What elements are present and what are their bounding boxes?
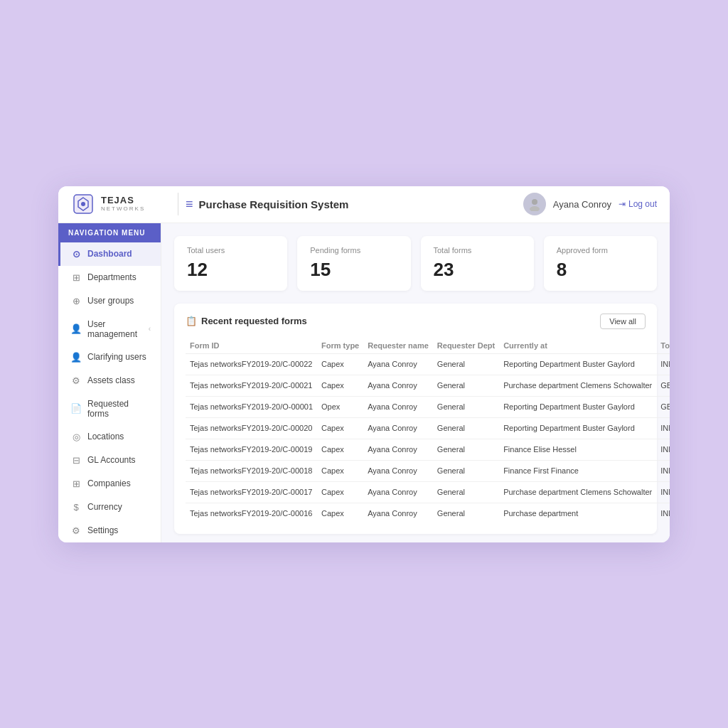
cell-2-3: General (433, 396, 499, 417)
sidebar-arrow-user-management: ‹ (149, 325, 151, 333)
cell-7-3: General (433, 503, 499, 524)
sidebar-label-dashboard: Dashboard (87, 249, 132, 259)
sidebar-item-companies[interactable]: ⊞ Companies (58, 472, 161, 496)
header-divider (178, 193, 178, 215)
cell-3-5: INR 88899 (656, 417, 670, 439)
sidebar-items-container: ⊙ Dashboard ⊞ Departments ⊕ User groups … (58, 242, 161, 542)
view-all-button[interactable]: View all (600, 314, 646, 329)
sidebar-icon-user-groups: ⊕ (70, 296, 82, 306)
sidebar-label-user-management: User management (87, 319, 143, 339)
cell-6-2: Ayana Conroy (363, 481, 433, 503)
table-body: Tejas networksFY2019-20/C-00022CapexAyan… (186, 353, 670, 524)
table-row: Tejas networksFY2019-20/C-00020CapexAyan… (186, 417, 670, 439)
header-right: Ayana Conroy ⇥ Log out (523, 193, 657, 215)
cell-2-1: Opex (317, 396, 363, 417)
stat-label-1: Pending forms (310, 246, 397, 255)
user-name: Ayana Conroy (553, 199, 611, 210)
sidebar-item-user-management[interactable]: 👤 User management ‹ (58, 313, 161, 346)
sidebar-item-currency[interactable]: $ Currency (58, 496, 161, 519)
app-header: TEJAS NETWORKS ≡ Purchase Requisition Sy… (58, 186, 670, 223)
sidebar-label-assets-class: Assets class (87, 375, 135, 385)
cell-5-4: Finance First Finance (499, 460, 656, 481)
table-row: Tejas networksFY2019-20/C-00021CapexAyan… (186, 375, 670, 396)
sidebar-icon-locations: ◎ (70, 432, 82, 442)
table-row: Tejas networksFY2019-20/C-00016CapexAyan… (186, 503, 670, 524)
sidebar-item-gl-accounts[interactable]: ⊟ GL Accounts (58, 449, 161, 472)
sidebar-item-requested-forms[interactable]: 📄 Requested forms (58, 392, 161, 425)
cell-3-0: Tejas networksFY2019-20/C-00020 (186, 417, 317, 439)
logout-button[interactable]: ⇥ Log out (619, 199, 657, 209)
col-header-1: Form type (317, 338, 363, 354)
col-header-0: Form ID (186, 338, 317, 354)
stat-card-1: Pending forms 15 (297, 236, 410, 291)
cell-7-1: Capex (317, 503, 363, 524)
hamburger-icon[interactable]: ≡ (186, 197, 193, 212)
logo-text: TEJAS NETWORKS (101, 196, 145, 212)
cell-3-1: Capex (317, 417, 363, 439)
app-container: TEJAS NETWORKS ≡ Purchase Requisition Sy… (58, 186, 670, 542)
stat-label-3: Approved form (557, 246, 644, 255)
cell-1-1: Capex (317, 375, 363, 396)
cell-2-2: Ayana Conroy (363, 396, 433, 417)
stat-label-2: Total forms (434, 246, 521, 255)
sidebar-label-requested-forms: Requested forms (87, 399, 151, 419)
table-head: Form IDForm typeRequester nameRequester … (186, 338, 670, 354)
table-row: Tejas networksFY2019-20/C-00022CapexAyan… (186, 353, 670, 375)
cell-1-3: General (433, 375, 499, 396)
cell-6-1: Capex (317, 481, 363, 503)
cell-3-4: Reporting Department Buster Gaylord (499, 417, 656, 439)
cell-0-2: Ayana Conroy (363, 353, 433, 375)
cell-4-2: Ayana Conroy (363, 439, 433, 460)
table-row: Tejas networksFY2019-20/C-00019CapexAyan… (186, 439, 670, 460)
sidebar-icon-settings: ⚙ (70, 525, 82, 536)
sidebar-label-settings: Settings (87, 525, 118, 535)
cell-7-0: Tejas networksFY2019-20/C-00016 (186, 503, 317, 524)
sidebar-item-clarifying-users[interactable]: 👤 Clarifying users (58, 346, 161, 369)
requests-table: Form IDForm typeRequester nameRequester … (186, 338, 670, 524)
col-header-3: Requester Dept (433, 338, 499, 354)
stat-card-0: Total users 12 (174, 236, 287, 291)
sidebar-label-companies: Companies (87, 478, 131, 488)
stat-value-1: 15 (310, 259, 397, 281)
cell-0-4: Reporting Department Buster Gaylord (499, 353, 656, 375)
sidebar-label-clarifying-users: Clarifying users (87, 352, 146, 362)
sidebar-icon-companies: ⊞ (70, 478, 82, 489)
sidebar-item-departments[interactable]: ⊞ Departments (58, 266, 161, 289)
sidebar-item-assets-class[interactable]: ⚙ Assets class (58, 369, 161, 392)
sidebar-label-currency: Currency (87, 502, 122, 512)
page-title: Purchase Requisition System (199, 198, 349, 210)
logo-box: TEJAS NETWORKS (71, 192, 171, 216)
table-row: Tejas networksFY2019-20/O-00001OpexAyana… (186, 396, 670, 417)
cell-1-4: Purchase department Clemens Schowalter (499, 375, 656, 396)
cell-5-2: Ayana Conroy (363, 460, 433, 481)
sidebar-item-locations[interactable]: ◎ Locations (58, 425, 161, 449)
stat-card-3: Approved form 8 (544, 236, 657, 291)
col-header-2: Requester name (363, 338, 433, 354)
sidebar-label-departments: Departments (87, 272, 136, 282)
cell-5-0: Tejas networksFY2019-20/C-00018 (186, 460, 317, 481)
cell-5-1: Capex (317, 460, 363, 481)
nav-menu-label: NAVIGATION MENU (58, 223, 161, 242)
cell-6-3: General (433, 481, 499, 503)
cell-2-0: Tejas networksFY2019-20/O-00001 (186, 396, 317, 417)
table-row: Tejas networksFY2019-20/C-00018CapexAyan… (186, 460, 670, 481)
table-header-row: 📋 Recent requested forms View all (186, 314, 646, 329)
sidebar-item-settings[interactable]: ⚙ Settings (58, 519, 161, 542)
sidebar-item-dashboard[interactable]: ⊙ Dashboard (58, 242, 161, 266)
cell-5-5: INR 1000 (656, 460, 670, 481)
cell-0-3: General (433, 353, 499, 375)
sidebar-icon-currency: $ (70, 502, 82, 513)
table-section-title-text: Recent requested forms (201, 316, 307, 326)
cell-6-0: Tejas networksFY2019-20/C-00017 (186, 481, 317, 503)
stat-card-2: Total forms 23 (421, 236, 534, 291)
cell-2-4: Reporting Department Buster Gaylord (499, 396, 656, 417)
cell-4-5: INR 5000 (656, 439, 670, 460)
cell-1-5: GBP 9000 (656, 375, 670, 396)
sidebar-label-locations: Locations (87, 432, 124, 441)
cell-1-0: Tejas networksFY2019-20/C-00021 (186, 375, 317, 396)
main-content: Total users 12 Pending forms 15 Total fo… (161, 223, 670, 542)
sidebar-item-user-groups[interactable]: ⊕ User groups (58, 289, 161, 313)
cell-7-2: Ayana Conroy (363, 503, 433, 524)
cell-3-2: Ayana Conroy (363, 417, 433, 439)
col-header-5: Total amount (656, 338, 670, 354)
